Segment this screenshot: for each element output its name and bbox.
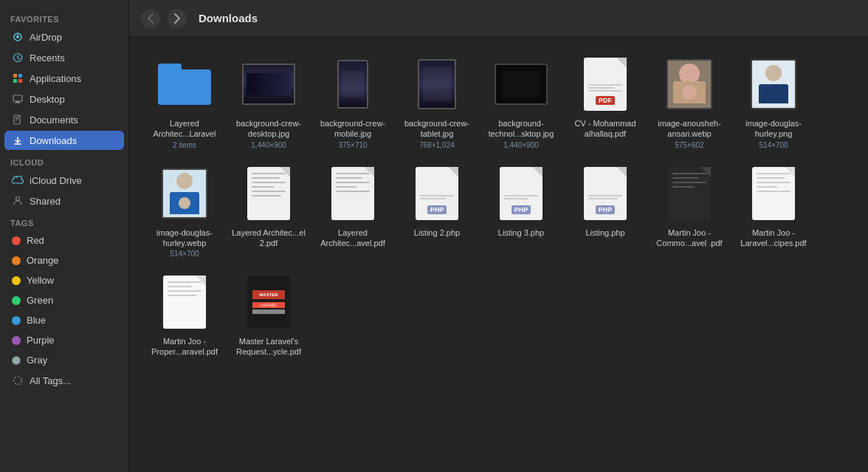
- sidebar-item-airdrop[interactable]: AirDrop: [4, 27, 124, 47]
- list-item[interactable]: PDF CV - Mohammad alhallaq.pdf: [565, 49, 646, 155]
- sidebar-item-downloads[interactable]: Downloads: [4, 131, 124, 150]
- file-name: background-technol...sktop.jpg: [484, 118, 558, 140]
- file-grid: Layered Architec...Laravel 2 items backg…: [129, 37, 868, 472]
- list-item[interactable]: PHP Listing 2.php: [396, 158, 478, 264]
- file-thumbnail: [744, 55, 803, 114]
- file-name: background-crew-desktop.jpg: [232, 118, 306, 140]
- file-name: Listing 3.php: [498, 228, 544, 238]
- file-meta: 514×700: [759, 141, 788, 149]
- icloud-label: iCloud: [0, 151, 128, 170]
- sidebar-item-tag-green[interactable]: Green: [4, 291, 124, 309]
- file-thumbnail: [660, 164, 719, 223]
- tag-red-label: Red: [27, 235, 44, 246]
- list-item[interactable]: MASTER LARAVEL Master Laravel's Request.…: [228, 267, 309, 363]
- list-item[interactable]: background-crew-desktop.jpg 1,440×900: [228, 49, 309, 155]
- file-thumbnail: [239, 55, 298, 114]
- file-thumbnail: PHP: [576, 164, 635, 223]
- file-thumbnail: [323, 55, 382, 114]
- sidebar-item-all-tags[interactable]: All Tags...: [4, 371, 124, 390]
- recents-icon: [12, 52, 24, 64]
- sidebar-item-desktop[interactable]: Desktop: [4, 89, 124, 109]
- svg-rect-7: [13, 95, 22, 101]
- file-name: Layered Architec...Laravel: [148, 118, 221, 140]
- svg-point-17: [16, 197, 20, 201]
- icloud-icon: [12, 174, 24, 186]
- main-content: Downloads Layered Architec...Laravel 2 i…: [129, 0, 868, 472]
- list-item[interactable]: Martin Joo - Proper...aravel.pdf: [144, 267, 225, 363]
- list-item[interactable]: background-crew-tablet.jpg 768×1,024: [396, 49, 478, 155]
- toolbar-title: Downloads: [199, 12, 258, 24]
- sidebar-item-recents[interactable]: Recents: [4, 48, 124, 67]
- documents-icon: [12, 114, 24, 126]
- file-thumbnail: [155, 273, 214, 332]
- file-name: Martin Joo - Proper...aravel.pdf: [148, 336, 221, 358]
- list-item[interactable]: image-anousheh-ansari.webp 575×602: [649, 49, 730, 155]
- tag-purple-label: Purple: [27, 335, 55, 346]
- file-thumbnail: [239, 164, 298, 223]
- sidebar-item-shared[interactable]: Shared: [4, 191, 124, 211]
- list-item[interactable]: PHP Listing.php: [565, 158, 646, 264]
- all-tags-label: All Tags...: [30, 375, 71, 386]
- tag-yellow-label: Yellow: [27, 275, 54, 286]
- tag-orange-dot: [12, 256, 21, 265]
- list-item[interactable]: background-technol...sktop.jpg 1,440×900: [480, 49, 562, 155]
- list-item[interactable]: Layered Architec...el 2.pdf: [228, 158, 309, 264]
- svg-rect-6: [18, 79, 22, 83]
- airdrop-icon: [12, 31, 24, 43]
- sidebar-item-icloud-drive[interactable]: iCloud Drive: [4, 171, 124, 190]
- list-item[interactable]: Layered Architec...avel.pdf: [312, 158, 393, 264]
- tag-blue-label: Blue: [27, 315, 46, 326]
- file-meta: 514×700: [170, 250, 199, 258]
- list-item[interactable]: Layered Architec...Laravel 2 items: [144, 49, 225, 155]
- all-tags-icon: [12, 374, 24, 386]
- sidebar-item-tag-yellow[interactable]: Yellow: [4, 271, 124, 290]
- desktop-icon: [12, 93, 24, 105]
- list-item[interactable]: background-crew-mobile.jpg 375×710: [312, 49, 393, 155]
- list-item[interactable]: image-douglas-hurley.webp 514×700: [144, 158, 225, 264]
- file-name: Master Laravel's Request...ycle.pdf: [232, 336, 306, 358]
- file-meta: 2 items: [173, 141, 196, 149]
- forward-button[interactable]: [168, 9, 187, 28]
- file-thumbnail: [660, 55, 719, 114]
- sidebar-item-desktop-label: Desktop: [30, 94, 65, 105]
- list-item[interactable]: PHP Listing 3.php: [480, 158, 562, 264]
- sidebar-item-documents[interactable]: Documents: [4, 110, 124, 129]
- sidebar-item-tag-blue[interactable]: Blue: [4, 311, 124, 329]
- favorites-label: Favorites: [0, 7, 128, 27]
- sidebar: Favorites AirDrop Recents: [0, 0, 129, 472]
- list-item[interactable]: Martin Joo - Commo...avel .pdf: [649, 158, 730, 264]
- sidebar-item-applications[interactable]: Applications: [4, 69, 124, 88]
- sidebar-item-tag-gray[interactable]: Gray: [4, 351, 124, 369]
- file-thumbnail: [744, 164, 803, 223]
- file-thumbnail: PDF: [576, 55, 635, 114]
- file-thumbnail: [155, 164, 214, 223]
- list-item[interactable]: image-douglas-hurley.png 514×700: [733, 49, 814, 155]
- back-button[interactable]: [141, 9, 160, 28]
- file-name: Martin Joo - Laravel...cipes.pdf: [737, 228, 810, 249]
- tag-orange-label: Orange: [27, 255, 58, 266]
- applications-icon: [12, 72, 24, 84]
- list-item[interactable]: Martin Joo - Laravel...cipes.pdf: [733, 158, 814, 264]
- sidebar-item-tag-red[interactable]: Red: [4, 231, 124, 250]
- tag-gray-label: Gray: [27, 355, 47, 366]
- file-name: image-douglas-hurley.png: [737, 118, 810, 140]
- file-thumbnail: [323, 164, 382, 223]
- file-name: background-crew-mobile.jpg: [316, 118, 390, 140]
- downloads-icon: [12, 134, 24, 146]
- file-name: CV - Mohammad alhallaq.pdf: [568, 118, 642, 140]
- tags-label: Tags: [0, 211, 128, 230]
- file-meta: 375×710: [338, 141, 367, 149]
- file-name: background-crew-tablet.jpg: [400, 118, 474, 140]
- sidebar-item-tag-orange[interactable]: Orange: [4, 251, 124, 270]
- file-thumbnail: PHP: [492, 164, 551, 223]
- svg-rect-14: [18, 115, 20, 117]
- tag-gray-dot: [12, 356, 21, 365]
- file-name: Listing.php: [585, 228, 624, 238]
- file-name: Layered Architec...avel.pdf: [316, 228, 390, 249]
- sidebar-item-airdrop-label: AirDrop: [30, 32, 62, 43]
- sidebar-item-tag-purple[interactable]: Purple: [4, 331, 124, 349]
- sidebar-item-shared-label: Shared: [30, 196, 61, 207]
- file-thumbnail: [492, 55, 551, 114]
- sidebar-item-recents-label: Recents: [30, 52, 65, 64]
- sidebar-item-downloads-label: Downloads: [30, 135, 77, 146]
